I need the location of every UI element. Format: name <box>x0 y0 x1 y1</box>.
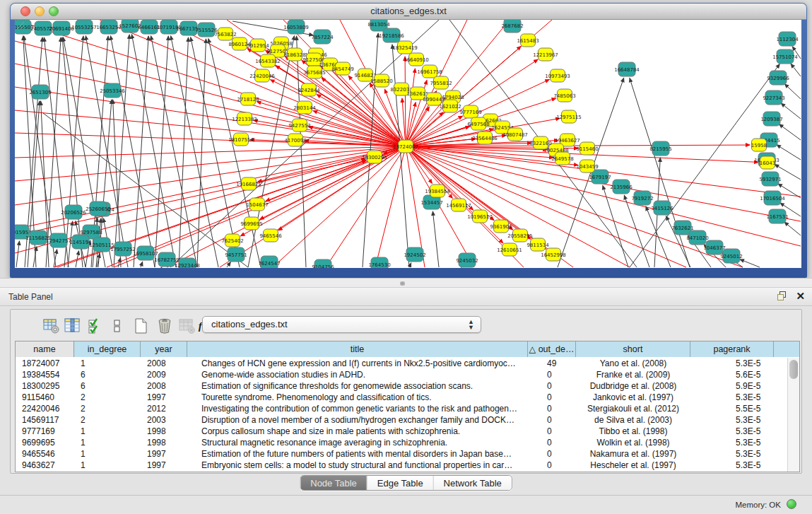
scrollbar-thumb[interactable] <box>789 360 798 379</box>
cell-year[interactable]: 2009 <box>141 369 187 380</box>
cell-name[interactable]: 9115460 <box>16 392 74 403</box>
cell-out_degree[interactable]: 0 <box>528 403 576 414</box>
cell-in_degree[interactable]: 1 <box>74 426 141 437</box>
graph-node[interactable]: 7955812 <box>430 76 452 89</box>
tab-network-table[interactable]: Network Table <box>434 476 512 491</box>
cell-title[interactable]: Investigating the contribution of common… <box>187 403 528 414</box>
cell-in_degree[interactable]: 2 <box>74 403 141 414</box>
graph-node[interactable]: 2687682 <box>501 20 523 33</box>
row-height-icon[interactable] <box>108 317 126 335</box>
cell-year[interactable]: 2008 <box>141 358 187 369</box>
graph-node[interactable]: 1112304 <box>776 32 799 46</box>
cell-in_degree[interactable]: 6 <box>74 380 141 392</box>
cell-short[interactable]: Stergiakouli et al. (2012) <box>576 403 690 414</box>
cell-out_degree[interactable]: 0 <box>528 426 576 437</box>
graph-node[interactable]: 2803144 <box>293 101 316 114</box>
graph-node[interactable]: 8215955 <box>649 141 671 156</box>
cell-pagerank[interactable]: 5.3E-5 <box>690 414 774 426</box>
cell-year[interactable]: 2012 <box>141 403 187 414</box>
graph-node[interactable]: 19166825 <box>236 177 261 190</box>
cell-title[interactable]: Estimation of the future numbers of pati… <box>187 448 528 460</box>
column-header-name[interactable]: name <box>16 341 74 357</box>
cell-in_degree[interactable]: 1 <box>74 437 141 448</box>
graph-node[interactable]: 12975115 <box>556 110 582 123</box>
cell-short[interactable]: Yano et al. (2008) <box>576 358 690 369</box>
cell-name[interactable]: 18724007 <box>16 358 74 369</box>
cell-title[interactable]: Genome-wide association studies in ADHD. <box>187 369 528 380</box>
cell-out_degree[interactable]: 0 <box>528 448 576 460</box>
cell-out_degree[interactable]: 0 <box>528 437 576 448</box>
table-row[interactable]: 946362711997Embryonic stem cells: a mode… <box>16 460 787 471</box>
graph-node[interactable]: 1924502 <box>404 247 425 262</box>
table-row[interactable]: 977716911998Corpus callosum shape and si… <box>16 426 787 437</box>
network-canvas[interactable]: 9155503240557242069140610553257166532571… <box>15 20 801 268</box>
table-selector-dropdown[interactable]: citations_edges.txt ▲▼ <box>202 316 481 333</box>
cell-out_degree[interactable]: 0 <box>528 392 576 403</box>
cell-title[interactable]: Embryonic stem cells: a model to study s… <box>187 460 528 471</box>
graph-node[interactable]: 9465546 <box>259 229 282 242</box>
cell-in_degree[interactable]: 1 <box>74 448 141 460</box>
cell-pagerank[interactable]: 5.9E-5 <box>690 380 774 392</box>
cell-year[interactable]: 2008 <box>141 380 187 392</box>
graph-node[interactable]: 8471020 <box>686 230 708 245</box>
graph-node[interactable]: 16961758 <box>417 65 442 78</box>
cell-short[interactable]: Dudbridge et al. (2008) <box>576 380 690 392</box>
cell-year[interactable]: 1998 <box>141 426 187 437</box>
graph-node[interactable]: 1046377 <box>703 240 725 255</box>
table-mode-icon[interactable] <box>42 317 61 335</box>
select-columns-icon[interactable] <box>86 317 105 335</box>
cell-pagerank[interactable]: 5.3E-5 <box>690 437 774 448</box>
graph-node[interactable]: 7625402 <box>221 234 243 247</box>
cell-in_degree[interactable]: 1 <box>74 460 141 471</box>
graph-node[interactable]: 1209387 <box>760 112 782 126</box>
cell-year[interactable]: 1997 <box>141 448 187 460</box>
cell-out_degree[interactable]: 49 <box>528 358 576 369</box>
graph-node[interactable]: 9104756 <box>312 259 334 268</box>
graph-node[interactable]: 9245012 <box>720 249 742 263</box>
show-columns-icon[interactable] <box>64 317 82 335</box>
cell-name[interactable]: 19384554 <box>16 369 74 380</box>
graph-node[interactable]: 20558295 <box>507 229 533 242</box>
cell-in_degree[interactable]: 6 <box>74 369 141 380</box>
cell-name[interactable]: 14569117 <box>16 414 74 426</box>
column-header-short[interactable]: short <box>576 341 690 357</box>
cell-title[interactable]: Corpus callosum shape and size in male p… <box>187 426 528 437</box>
table-row[interactable]: 1456911722003Disruption of a novel membe… <box>16 414 787 426</box>
graph-node[interactable]: 7485063 <box>553 89 575 102</box>
column-header-title[interactable]: title <box>187 341 528 357</box>
graph-node[interactable]: 1167531 <box>766 209 788 223</box>
cell-year[interactable]: 1998 <box>141 437 187 448</box>
cell-pagerank[interactable]: 5.3E-5 <box>690 392 774 403</box>
graph-node[interactable]: 16053809 <box>283 20 309 34</box>
cell-pagerank[interactable]: 5.3E-5 <box>690 358 774 369</box>
cell-pagerank[interactable]: 5.3E-5 <box>690 448 774 460</box>
table-row[interactable]: 1872400712008Changes of HCN gene express… <box>16 358 787 369</box>
graph-node[interactable]: 9329966 <box>767 71 789 85</box>
cell-title[interactable]: Estimation of significance thresholds fo… <box>187 380 528 392</box>
float-panel-icon[interactable] <box>777 291 789 302</box>
cell-title[interactable]: Structural magnetic resonance image aver… <box>187 437 528 448</box>
memory-status-icon[interactable] <box>787 499 796 509</box>
cell-pagerank[interactable]: 5.5E-5 <box>690 403 774 414</box>
graph-node[interactable]: 1615483 <box>517 34 539 47</box>
graph-node[interactable]: 16648784 <box>614 62 640 76</box>
graph-node[interactable]: 2718126 <box>237 93 259 105</box>
cell-name[interactable]: 9777169 <box>16 426 74 437</box>
graph-node[interactable]: 9227343 <box>763 90 784 105</box>
cell-out_degree[interactable]: 0 <box>528 460 576 471</box>
cell-name[interactable]: 9699695 <box>16 437 74 448</box>
column-header-year[interactable]: year <box>141 341 187 357</box>
tab-node-table[interactable]: Node Table <box>300 476 367 491</box>
graph-node[interactable]: 10196517 <box>467 210 493 223</box>
tab-edge-table[interactable]: Edge Table <box>367 476 434 491</box>
cell-short[interactable]: Wolkin et al. (1998) <box>576 437 690 448</box>
cell-out_degree[interactable]: 0 <box>528 380 576 392</box>
cell-short[interactable]: Nakamura et al. (1997) <box>576 448 690 460</box>
create-column-icon[interactable] <box>132 317 151 335</box>
close-panel-icon[interactable]: ✕ <box>796 291 805 302</box>
table-row[interactable]: 946554611997Estimation of the future num… <box>16 448 787 460</box>
graph-node[interactable]: 2651309 <box>29 85 51 99</box>
graph-node[interactable]: 20691406 <box>49 21 74 35</box>
cell-pagerank[interactable]: 5.6E-5 <box>690 369 774 380</box>
graph-node[interactable]: 9245032 <box>456 253 478 267</box>
